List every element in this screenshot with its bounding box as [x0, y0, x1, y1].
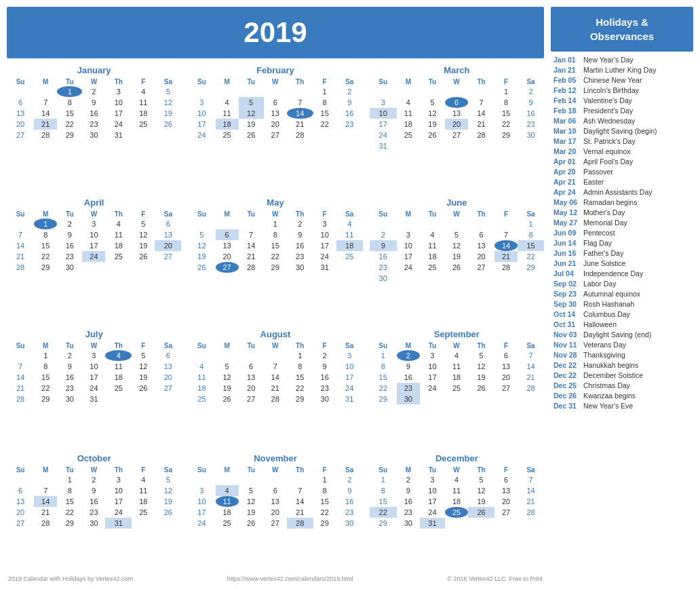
- holiday-item: Feb 18President's Day: [551, 105, 693, 115]
- holiday-item: Jan 21Martin Luther King Day: [551, 64, 693, 75]
- col-w: W: [82, 77, 105, 86]
- holiday-item: Jun 09Pentecost: [551, 227, 693, 238]
- day: 18: [132, 108, 155, 119]
- day: 16: [82, 108, 105, 119]
- holiday-name: Ramadan begins: [583, 198, 637, 206]
- month-title-september: September: [370, 329, 544, 339]
- holiday-item: Feb 12Lincoln's Birthday: [551, 85, 693, 95]
- year-title: 2019: [244, 16, 307, 48]
- holiday-item: Jun 21June Solstice: [551, 258, 693, 268]
- holiday-name: June Solstice: [583, 259, 625, 267]
- month-december: December SuMTuWThFSa 1234567 89101112131…: [370, 453, 544, 571]
- holiday-item: Apr 01April Fool's Day: [551, 156, 693, 166]
- holiday-name: Independence Day: [583, 269, 643, 278]
- calendar-section: 2019 January Su M Tu W Th F Sa: [7, 7, 544, 582]
- holiday-date: Dec 26: [553, 392, 583, 400]
- holiday-item: Jun 16Father's Day: [551, 248, 693, 258]
- holiday-name: Mother's Day: [583, 208, 625, 216]
- month-table-june: SuMTuWThFSa 1 2345678 9101112131415 1617…: [370, 210, 544, 284]
- col-tu: Tu: [57, 77, 82, 86]
- day: 5: [155, 86, 181, 97]
- holiday-name: Vernal equinox: [583, 147, 630, 155]
- months-grid: January Su M Tu W Th F Sa 1: [7, 65, 544, 570]
- holiday-name: Ash Wednesday: [583, 117, 635, 125]
- month-september: September SuMTuWThFSa 1234567 8910111213…: [370, 329, 544, 446]
- holiday-name: December Solstice: [583, 371, 643, 379]
- month-table-february: SuMTuWThFSa 12 3456789 10111213141516 17…: [188, 77, 362, 143]
- holiday-item: Dec 22Hanukkah begins: [551, 360, 693, 370]
- month-title-june: June: [370, 197, 544, 208]
- day: 27: [7, 130, 34, 140]
- day: 13: [7, 108, 34, 119]
- day: 6: [7, 97, 34, 108]
- holiday-item: Nov 03Daylight Saving (end): [551, 329, 693, 339]
- month-table-july: SuMTuWThFSa 123456 78910111213 141516171…: [7, 341, 181, 407]
- holiday-name: Columbus Day: [583, 310, 630, 318]
- holiday-item: Sep 23Autumnal equinox: [551, 288, 693, 299]
- holiday-date: Apr 21: [553, 178, 583, 186]
- col-sa: Sa: [155, 77, 181, 86]
- holiday-item: May 27Memorial Day: [551, 217, 693, 227]
- holiday-date: Sep 23: [553, 290, 583, 298]
- day: 31: [105, 130, 132, 140]
- holiday-name: Valentine's Day: [583, 96, 632, 104]
- holiday-date: Jun 21: [553, 259, 583, 267]
- holiday-date: Feb 14: [553, 96, 583, 104]
- holiday-date: Jun 16: [553, 249, 583, 257]
- holiday-item: Feb 14Valentine's Day: [551, 95, 693, 105]
- holiday-item: Sep 30Rosh Hashanah: [551, 299, 693, 309]
- holiday-item: Dec 26Kwanzaa begins: [551, 390, 693, 400]
- day: 28: [34, 130, 57, 140]
- holiday-date: Apr 24: [553, 188, 583, 196]
- holiday-name: Pentecost: [583, 229, 615, 237]
- day-1: 1: [57, 86, 82, 97]
- holiday-date: Dec 22: [553, 371, 583, 379]
- holiday-item: Nov 28Thanksgiving: [551, 349, 693, 360]
- day: [34, 86, 57, 97]
- month-title-april: April: [7, 197, 181, 208]
- month-january: January Su M Tu W Th F Sa 1: [7, 65, 181, 191]
- holiday-name: April Fool's Day: [583, 157, 633, 166]
- month-table-may: SuMTuWThFSa 1234 567891011 1213141516171…: [188, 210, 362, 276]
- month-april: April SuMTuWThFSa 123456 78910111213 141…: [7, 197, 181, 323]
- month-table-december: SuMTuWThFSa 1234567 891011121314 1516171…: [370, 466, 544, 531]
- holiday-item: Oct 31Halloween: [551, 319, 693, 329]
- footer-right: © 2016 Vertex42 LLC. Free to Print: [447, 575, 543, 582]
- holiday-item: Dec 22December Solstice: [551, 370, 693, 380]
- month-title-october: October: [7, 453, 181, 463]
- holiday-date: Nov 28: [553, 351, 583, 359]
- holiday-date: May 12: [553, 208, 583, 216]
- month-title-july: July: [7, 329, 181, 339]
- holiday-name: Christmas Day: [583, 381, 630, 390]
- holiday-date: Mar 06: [553, 117, 583, 125]
- holiday-item: May 12Mother's Day: [551, 207, 693, 217]
- day: 12: [155, 97, 181, 108]
- holiday-date: Nov 11: [553, 341, 583, 349]
- main-container: 2019 January Su M Tu W Th F Sa: [0, 0, 700, 589]
- holiday-date: Jan 01: [553, 56, 583, 64]
- month-october: October SuMTuWThFSa 12345 6789101112 131…: [7, 453, 181, 571]
- holiday-name: Labor Day: [583, 280, 616, 288]
- holiday-date: Apr 01: [553, 157, 583, 166]
- day: 20: [7, 119, 34, 130]
- holiday-list: Jan 01New Year's DayJan 21Martin Luther …: [551, 54, 693, 582]
- day: 30: [82, 130, 105, 140]
- holiday-item: Apr 24Admin Assistants Day: [551, 187, 693, 197]
- holiday-name: Kwanzaa begins: [583, 392, 636, 400]
- holiday-date: Dec 22: [553, 361, 583, 369]
- month-title-august: August: [188, 329, 362, 339]
- holiday-item: Oct 14Columbus Day: [551, 309, 693, 319]
- holiday-name: Memorial Day: [583, 218, 627, 227]
- day: 17: [105, 108, 132, 119]
- day: 29: [57, 130, 82, 140]
- month-table-october: SuMTuWThFSa 12345 6789101112 13141516171…: [7, 466, 181, 531]
- month-title-march: March: [370, 65, 544, 75]
- holiday-date: Nov 03: [553, 330, 583, 339]
- holiday-date: Jul 04: [553, 269, 583, 278]
- holiday-date: Apr 20: [553, 168, 583, 176]
- holiday-date: Dec 31: [553, 402, 583, 410]
- holiday-date: May 27: [553, 218, 583, 227]
- holiday-name: Daylight Saving (begin): [583, 127, 657, 135]
- month-title-december: December: [370, 453, 544, 463]
- day: 8: [57, 97, 82, 108]
